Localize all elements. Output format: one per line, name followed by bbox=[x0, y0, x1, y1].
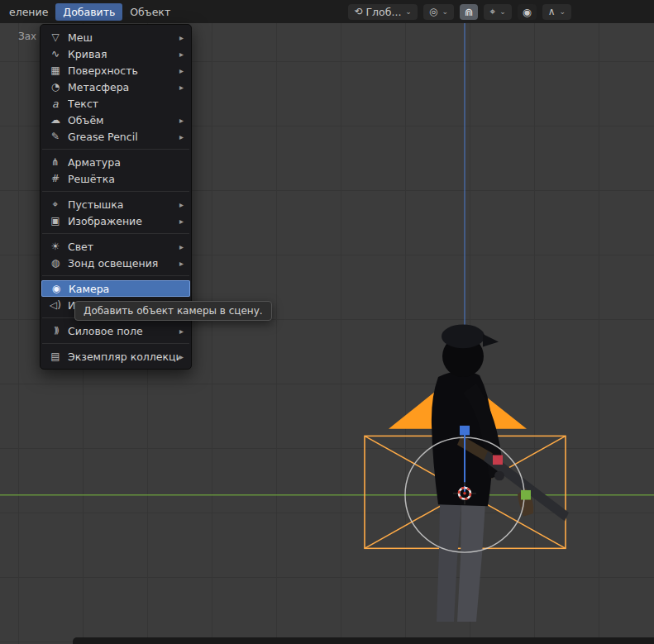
menu-item-lattice[interactable]: # Решётка bbox=[41, 170, 191, 187]
menu-select-partial[interactable]: еление bbox=[2, 3, 55, 21]
character-model bbox=[432, 324, 569, 622]
menu-separator bbox=[42, 149, 189, 150]
menu-item-metaball[interactable]: ◔ Метасфера ▸ bbox=[41, 79, 191, 95]
menu-add[interactable]: Добавить bbox=[55, 3, 122, 21]
menu-item-light[interactable]: ☀ Свет ▸ bbox=[41, 238, 191, 255]
submenu-arrow-icon: ▸ bbox=[179, 217, 184, 226]
submenu-arrow-icon: ▸ bbox=[179, 116, 184, 125]
menu-item-light-probe[interactable]: ◍ Зонд освещения ▸ bbox=[41, 255, 191, 271]
menu-item-force-field[interactable]: ))) Силовое поле ▸ bbox=[41, 322, 191, 339]
collection-icon: ▤ bbox=[47, 351, 64, 361]
curve-icon: ∿ bbox=[47, 49, 64, 59]
menu-item-camera[interactable]: ◉ Камера bbox=[41, 280, 190, 297]
menu-item-label: Текст bbox=[68, 98, 184, 110]
falloff-curve-icon: ∧ bbox=[548, 7, 556, 17]
surface-icon: ▦ bbox=[47, 65, 64, 75]
blender-window: еление Добавить Объект ⟲ Глоб... ⌄ ◎ ⌄ ⋒… bbox=[0, 0, 654, 644]
menu-item-armature[interactable]: ⋔ Арматура bbox=[41, 154, 191, 170]
camera-icon: ◉ bbox=[48, 284, 64, 293]
menu-item-label: Grease Pencil bbox=[68, 131, 179, 143]
submenu-arrow-icon: ▸ bbox=[179, 200, 184, 209]
force-field-icon: ))) bbox=[47, 327, 64, 335]
image-icon: ▣ bbox=[47, 216, 64, 226]
menu-object[interactable]: Объект bbox=[122, 3, 178, 21]
snap-target-dropdown[interactable]: ⌖ ⌄ bbox=[484, 4, 511, 20]
snap-target-icon: ⌖ bbox=[489, 7, 495, 17]
snap-toggle-button[interactable]: ⋒ bbox=[460, 4, 478, 20]
menu-item-label: Свет bbox=[68, 241, 179, 253]
metaball-icon: ◔ bbox=[47, 82, 64, 92]
tooltip: Добавить объект камеры в сцену. bbox=[74, 301, 272, 321]
gizmo-y-handle bbox=[521, 490, 531, 500]
magnet-icon: ⋒ bbox=[465, 6, 473, 18]
3d-viewport[interactable]: Зах bbox=[0, 23, 654, 644]
menu-item-mesh[interactable]: ▽ Меш ▸ bbox=[41, 29, 191, 45]
menu-item-label: Объём bbox=[68, 114, 179, 126]
menu-separator bbox=[42, 275, 189, 276]
submenu-arrow-icon: ▸ bbox=[179, 327, 184, 336]
proportional-edit-button[interactable]: ◉ bbox=[518, 4, 537, 20]
menu-item-label: Арматура bbox=[68, 156, 184, 169]
header-controls: ⟲ Глоб... ⌄ ◎ ⌄ ⋒ ⌖ ⌄ ◉ ∧ ⌄ bbox=[348, 4, 571, 20]
menu-separator bbox=[42, 233, 189, 234]
text-icon: a bbox=[47, 98, 64, 109]
pivot-icon: ◎ bbox=[429, 7, 437, 17]
viewport-corner-label: Зах bbox=[18, 31, 36, 42]
submenu-arrow-icon: ▸ bbox=[179, 83, 184, 92]
proportional-edit-icon: ◉ bbox=[523, 6, 532, 18]
menu-item-label: Пустышка bbox=[68, 198, 179, 211]
menu-item-label: Экземпляр коллекции bbox=[68, 351, 179, 363]
chevron-down-icon: ⌄ bbox=[442, 7, 448, 16]
menu-item-surface[interactable]: ▦ Поверхность ▸ bbox=[41, 62, 191, 79]
pivot-point-dropdown[interactable]: ◎ ⌄ bbox=[423, 4, 454, 20]
menu-item-image[interactable]: ▣ Изображение ▸ bbox=[41, 212, 191, 229]
menu-item-collection-instance[interactable]: ▤ Экземпляр коллекции ▸ bbox=[41, 348, 191, 365]
menu-item-label: Изображение bbox=[68, 215, 179, 227]
mesh-icon: ▽ bbox=[47, 32, 64, 42]
menu-item-label: Кривая bbox=[68, 48, 179, 60]
submenu-arrow-icon: ▸ bbox=[179, 33, 184, 42]
menu-item-label: Зонд освещения bbox=[68, 257, 179, 270]
chevron-down-icon: ⌄ bbox=[499, 7, 506, 16]
submenu-arrow-icon: ▸ bbox=[179, 352, 184, 361]
menu-item-text[interactable]: a Текст bbox=[41, 95, 191, 112]
viewport-header: еление Добавить Объект ⟲ Глоб... ⌄ ◎ ⌄ ⋒… bbox=[0, 0, 654, 23]
light-probe-icon: ◍ bbox=[47, 258, 64, 268]
menu-item-label: Камера bbox=[69, 283, 183, 295]
chevron-down-icon: ⌄ bbox=[405, 7, 412, 16]
menu-separator bbox=[42, 191, 189, 192]
menu-item-label: Решётка bbox=[68, 173, 184, 185]
falloff-dropdown[interactable]: ∧ ⌄ bbox=[542, 4, 571, 20]
menu-item-label: Силовое поле bbox=[68, 325, 179, 337]
menu-item-volume[interactable]: ☁ Объём ▸ bbox=[41, 112, 191, 128]
orientation-icon: ⟲ bbox=[354, 7, 362, 17]
volume-icon: ☁ bbox=[47, 115, 64, 125]
menu-item-curve[interactable]: ∿ Кривая ▸ bbox=[41, 45, 191, 62]
menu-item-label: Меш bbox=[68, 31, 179, 44]
orientation-label: Глоб... bbox=[365, 6, 401, 18]
submenu-arrow-icon: ▸ bbox=[179, 259, 184, 268]
transform-orientation-dropdown[interactable]: ⟲ Глоб... ⌄ bbox=[348, 4, 418, 20]
empty-axes-icon: ⌖ bbox=[47, 199, 64, 209]
light-icon: ☀ bbox=[47, 241, 64, 251]
armature-icon: ⋔ bbox=[47, 157, 64, 167]
submenu-arrow-icon: ▸ bbox=[179, 66, 184, 75]
lattice-icon: # bbox=[47, 174, 64, 184]
speaker-icon: ◁) bbox=[47, 300, 64, 310]
status-bar-strip bbox=[73, 637, 654, 644]
submenu-arrow-icon: ▸ bbox=[179, 132, 184, 141]
submenu-arrow-icon: ▸ bbox=[179, 242, 184, 251]
grease-pencil-icon: ✎ bbox=[47, 131, 64, 141]
menu-item-empty[interactable]: ⌖ Пустышка ▸ bbox=[41, 196, 191, 212]
chevron-down-icon: ⌄ bbox=[559, 7, 566, 16]
menu-item-grease-pencil[interactable]: ✎ Grease Pencil ▸ bbox=[41, 128, 191, 145]
gizmo-plane-handle bbox=[493, 456, 503, 465]
submenu-arrow-icon: ▸ bbox=[179, 50, 184, 59]
menu-item-label: Метасфера bbox=[68, 81, 179, 93]
gizmo-z-handle bbox=[460, 426, 470, 436]
menu-item-label: Поверхность bbox=[68, 64, 179, 77]
menu-separator bbox=[42, 343, 189, 344]
